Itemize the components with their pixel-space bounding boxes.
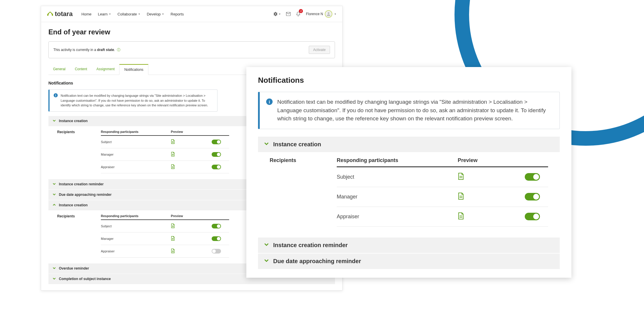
user-menu[interactable]: Florence N ▼ (306, 10, 336, 18)
recipients-table: Responding participants Preview Subject … (101, 130, 229, 173)
info-icon[interactable]: ⓘ (117, 48, 120, 52)
avatar (325, 10, 332, 18)
toggle-switch[interactable] (525, 213, 540, 220)
col-preview: Preview (171, 130, 212, 133)
accordion-header[interactable]: Due date approaching reminder (258, 254, 560, 269)
accordion-header[interactable]: Instance creation reminder (258, 237, 560, 253)
info-icon: i (54, 93, 58, 108)
bell-icon[interactable]: 2 (296, 11, 301, 17)
recipients-label: Recipients (57, 214, 101, 258)
leaf-icon (47, 11, 53, 17)
draft-state-box: This activity is currently in a draft st… (48, 41, 335, 58)
header-right: ▼ 2 Florence N ▼ (273, 10, 336, 18)
document-icon[interactable] (458, 215, 464, 221)
nav-develop[interactable]: Develop▼ (147, 12, 164, 16)
table-row: Manager (337, 187, 548, 207)
chevron-up-icon (52, 203, 56, 207)
header: totara Home Learn▼ Collaborate▼ Develop▼… (41, 6, 342, 22)
svg-text:i: i (269, 99, 270, 104)
gear-icon[interactable]: ▼ (273, 12, 281, 16)
nav-collaborate[interactable]: Collaborate▼ (117, 12, 140, 16)
tab-content[interactable]: Content (70, 64, 92, 75)
info-icon: i (266, 98, 273, 123)
caret-down-icon: ▼ (162, 13, 164, 15)
chevron-down-icon (264, 258, 269, 265)
chevron-down-icon (264, 141, 269, 148)
nav-reports[interactable]: Reports (171, 12, 184, 16)
recipients-label: Recipients (57, 130, 101, 173)
logo[interactable]: totara (47, 10, 73, 18)
main-nav: Home Learn▼ Collaborate▼ Develop▼ Report… (81, 12, 184, 16)
col-preview: Preview (171, 214, 212, 218)
recipients-table: Responding participants Preview Subject … (101, 214, 229, 258)
toggle-switch[interactable] (212, 165, 221, 169)
tab-notifications[interactable]: Notifications (119, 64, 148, 75)
info-text: Notification text can be modified by cha… (277, 98, 553, 123)
svg-text:i: i (55, 94, 56, 97)
toggle-switch[interactable] (212, 236, 221, 241)
toggle-switch[interactable] (212, 249, 221, 254)
logo-text: totara (55, 10, 73, 18)
document-icon[interactable] (171, 154, 175, 157)
col-responding: Responding participants (337, 157, 458, 163)
zoom-panel: Notifications i Notification text can be… (246, 67, 571, 278)
toggle-switch[interactable] (212, 140, 221, 144)
nav-home[interactable]: Home (81, 12, 92, 16)
toggle-switch[interactable] (212, 152, 221, 157)
nav-learn[interactable]: Learn▼ (98, 12, 111, 16)
document-icon[interactable] (458, 175, 464, 181)
document-icon[interactable] (171, 225, 175, 229)
col-responding: Responding participants (101, 214, 171, 218)
accordion-due-date: Due date approaching reminder (258, 254, 560, 269)
envelope-icon[interactable] (286, 12, 291, 16)
page-title: End of year review (48, 28, 335, 36)
document-icon[interactable] (458, 195, 464, 201)
document-icon[interactable] (171, 238, 175, 241)
table-row: Manager (101, 148, 229, 161)
chevron-down-icon (52, 277, 56, 281)
chevron-down-icon (52, 193, 56, 197)
tab-general[interactable]: General (48, 64, 70, 75)
accordion-instance-creation-reminder: Instance creation reminder (258, 237, 560, 253)
document-icon[interactable] (171, 250, 175, 254)
table-row: Appraiser (337, 207, 548, 227)
recipients-label: Recipients (270, 157, 337, 227)
toggle-switch[interactable] (525, 173, 540, 181)
tab-assignment[interactable]: Assignment (92, 64, 120, 75)
info-text: Notification text can be modified by cha… (61, 93, 213, 108)
chevron-down-icon (52, 119, 56, 123)
notification-badge: 2 (299, 9, 303, 13)
caret-down-icon: ▼ (138, 13, 140, 15)
table-row: Subject (337, 167, 548, 187)
document-icon[interactable] (171, 141, 175, 145)
chevron-down-icon (52, 266, 56, 271)
accordion-header[interactable]: Instance creation (258, 137, 560, 152)
table-row: Appraiser (101, 245, 229, 258)
toggle-switch[interactable] (525, 193, 540, 200)
table-row: Subject (101, 136, 229, 148)
notifications-heading: Notifications (258, 76, 560, 85)
toggle-switch[interactable] (212, 224, 221, 228)
accordion-instance-creation: Instance creation (258, 137, 560, 152)
table-row: Appraiser (101, 161, 229, 173)
draft-text: This activity is currently in a draft st… (53, 47, 120, 52)
username: Florence N (306, 12, 323, 16)
table-row: Subject (101, 220, 229, 233)
svg-point-1 (328, 12, 329, 14)
recipients-table: Responding participants Preview Subject … (337, 157, 548, 227)
chevron-down-icon (52, 182, 56, 186)
chevron-down-icon (264, 242, 269, 249)
document-icon[interactable] (171, 166, 175, 170)
info-box: i Notification text can be modified by c… (48, 89, 217, 112)
caret-down-icon: ▼ (109, 13, 111, 15)
info-box: i Notification text can be modified by c… (258, 92, 560, 129)
caret-down-icon: ▼ (334, 13, 336, 15)
table-row: Manager (101, 233, 229, 245)
accordion-body: Recipients Responding participants Previ… (258, 152, 560, 237)
col-preview: Preview (458, 157, 525, 163)
col-responding: Responding participants (101, 130, 171, 133)
caret-down-icon: ▼ (278, 13, 281, 15)
activate-button[interactable]: Activate (309, 46, 330, 54)
